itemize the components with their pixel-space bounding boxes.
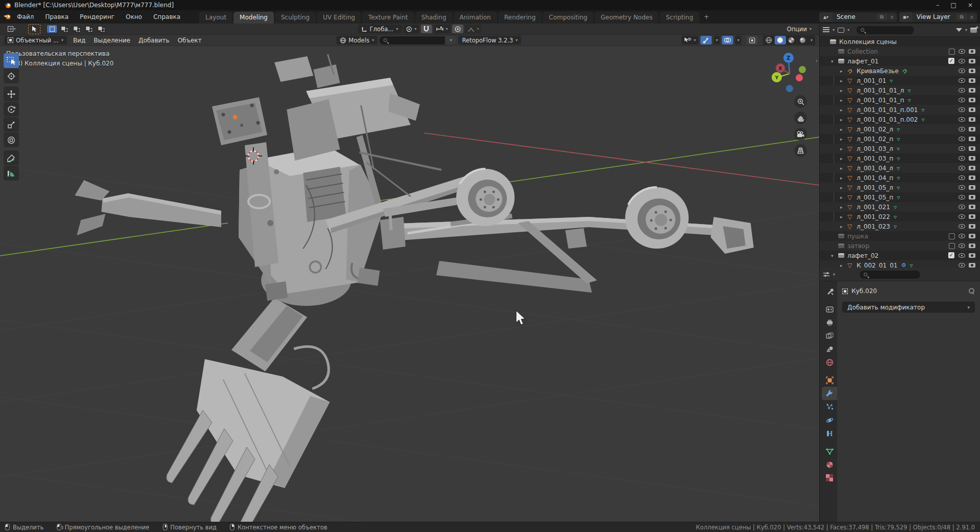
outliner-row[interactable]: л_001_022 [820,212,980,221]
expander-icon[interactable] [840,263,847,268]
properties-tab-constraints[interactable] [822,427,837,440]
outliner-item-label[interactable]: л_001_01_01_п.002 [857,116,918,123]
object-visibility-dropdown[interactable]: ▾ [681,36,698,45]
hide-eye-icon[interactable] [957,231,967,241]
outliner-row[interactable]: л_001_01_01_л [820,85,980,95]
expander-icon[interactable] [840,78,847,83]
viewport-3d-scene[interactable] [0,46,819,522]
chevron-down-icon[interactable]: ▾ [833,272,835,277]
copy-view-layer-icon[interactable]: ⧉ [956,14,967,20]
expander-icon[interactable] [840,195,847,200]
pan-view-button[interactable] [794,112,807,124]
expander-icon[interactable] [840,185,847,190]
snap-toggle-button[interactable] [421,25,432,33]
hide-eye-icon[interactable] [957,66,967,76]
outliner-row[interactable]: л_001_021 [820,202,980,212]
perspective-toggle-button[interactable] [794,144,807,157]
outliner-row[interactable]: л_001_03_л [820,144,980,153]
outliner-item-label[interactable]: л_001_023 [857,223,890,230]
view-layer-icon[interactable]: ▣▾ [899,12,912,22]
expander-icon[interactable] [840,107,847,113]
expander-icon[interactable] [840,156,847,161]
expander-icon[interactable] [840,166,847,171]
outliner-item-label[interactable]: л_001_03_л [857,145,893,152]
hide-eye-icon[interactable] [957,56,967,66]
hide-eye-icon[interactable] [957,134,967,144]
outliner-item-label[interactable]: затвор [847,242,869,250]
exclude-checkbox[interactable] [947,56,957,66]
remove-view-layer-icon[interactable]: × [967,14,977,20]
chevron-down-icon[interactable]: ▾ [847,28,849,32]
outliner-item-label[interactable]: лафет_02 [847,252,879,259]
properties-tab-world[interactable] [822,356,837,369]
viewport-menu[interactable]: Выделение [90,37,134,44]
shading-solid-button[interactable] [775,36,786,45]
properties-tab-particles[interactable] [822,400,837,413]
outliner-item-label[interactable]: л_001_05_л [857,184,893,191]
outliner-item-label[interactable]: л_001_04_л [857,165,893,172]
outliner-row[interactable]: К_002_01_01 [820,260,980,268]
expander-icon[interactable] [840,146,847,151]
workspace-tab[interactable]: Geometry Nodes [594,12,658,24]
outliner-item-label[interactable]: л_001_03_п [857,155,893,162]
hide-eye-icon[interactable] [957,192,967,202]
chevron-down-icon[interactable]: ▾ [965,28,967,32]
properties-tab-material[interactable] [822,458,837,471]
exclude-checkbox[interactable] [947,241,957,251]
workspace-tab[interactable]: Modeling [233,12,274,24]
properties-tab-physics[interactable] [822,413,837,427]
topbar-menu[interactable]: Окно [120,10,148,24]
properties-tab-scene[interactable] [822,342,837,356]
properties-tab-texture[interactable] [822,471,837,484]
workspace-tab[interactable]: Shading [415,12,453,24]
select-box-tool-button[interactable] [4,53,19,68]
view-layer-selector[interactable]: ▣▾ View Layer ⧉ × [899,12,977,22]
exclude-checkbox[interactable] [947,251,957,260]
transform-orientation-dropdown[interactable]: Глоба... ▾ [358,25,402,33]
outliner-row[interactable]: л_001_01_01_п.002 [820,115,980,124]
outliner-item-label[interactable]: л_001_05_п [857,194,893,201]
select-mode-set-button[interactable] [47,25,57,33]
retopoflow-menu[interactable]: RetopoFlow 3.2.3 ▾ [458,36,521,45]
proportional-falloff-dropdown[interactable]: ▾ [465,25,482,33]
workspace-tab[interactable]: Layout [199,12,232,24]
chevron-down-icon[interactable]: ▾ [833,28,835,32]
mode-selector-dropdown[interactable]: Объектный ... ▾ [4,36,67,45]
rotate-tool-button[interactable] [4,102,19,117]
zoom-view-button[interactable] [794,95,807,108]
expander-icon[interactable] [840,117,847,122]
outliner-item-label[interactable]: л_001_021 [857,204,890,211]
blender-logo-icon[interactable] [3,14,11,20]
outliner-item-label[interactable]: лафет_01 [847,58,879,65]
outliner-editor-icon[interactable] [823,27,829,33]
copy-scene-icon[interactable]: ⧉ [877,14,887,20]
disable-render-icon[interactable] [967,47,977,56]
disable-render-icon[interactable] [967,124,977,134]
disable-render-icon[interactable] [967,56,977,66]
hide-eye-icon[interactable] [957,95,967,105]
disable-render-icon[interactable] [967,221,977,231]
outliner-row[interactable]: л_001_01_01_п.001 [820,105,980,115]
outliner-row[interactable]: л_001_01_01_п [820,95,980,105]
camera-view-button[interactable] [794,128,807,141]
outliner-row[interactable]: лафет_02 [820,251,980,260]
disable-render-icon[interactable] [967,163,977,173]
outliner-row[interactable]: пушка [820,231,980,241]
select-mode-invert-button[interactable] [84,25,94,33]
outliner-row[interactable]: Collection [820,47,980,56]
hide-eye-icon[interactable] [957,47,967,56]
gizmo-z-neg[interactable] [786,85,793,92]
annotate-tool-button[interactable] [4,150,19,165]
outliner-row[interactable]: л_001_05_л [820,183,980,192]
disable-render-icon[interactable] [967,260,977,268]
hide-eye-icon[interactable] [957,260,967,268]
viewport-search-input[interactable] [379,36,445,45]
expander-icon[interactable] [831,59,838,64]
outliner-item-label[interactable]: л_001_01 [857,77,886,84]
transform-tool-button[interactable] [4,132,19,147]
outliner-row[interactable]: лафет_01 [820,56,980,66]
properties-tab-view-layer[interactable] [822,329,837,342]
disable-render-icon[interactable] [967,115,977,124]
topbar-menu[interactable]: Рендеринг [74,10,120,24]
disable-render-icon[interactable] [967,231,977,241]
